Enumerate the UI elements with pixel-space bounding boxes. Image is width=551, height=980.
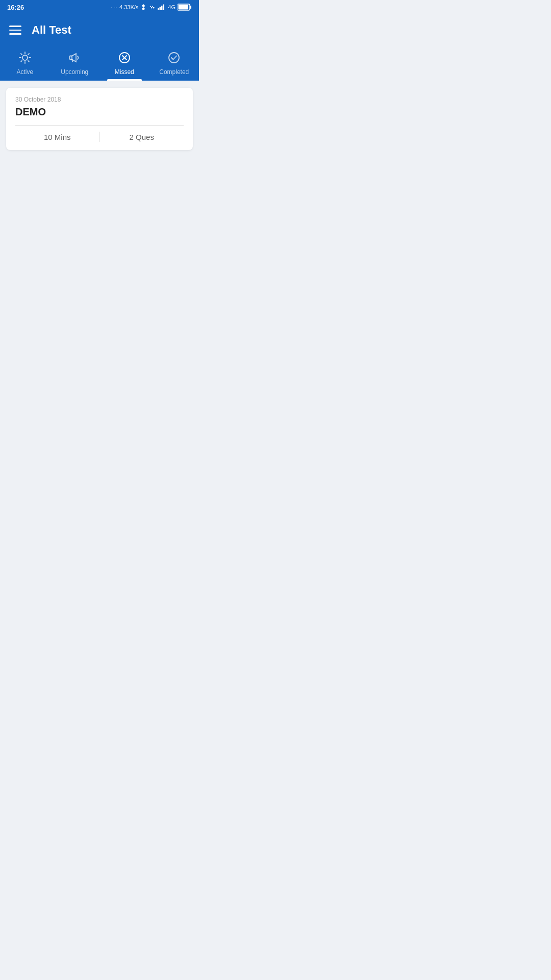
- svg-point-19: [169, 53, 179, 63]
- svg-rect-5: [190, 6, 192, 9]
- test-card[interactable]: 30 October 2018 DEMO 10 Mins 2 Ques: [6, 88, 193, 150]
- test-date: 30 October 2018: [15, 96, 184, 103]
- sun-icon: [18, 51, 32, 66]
- svg-line-14: [28, 54, 29, 55]
- page-title: All Test: [32, 23, 71, 37]
- svg-rect-3: [163, 5, 165, 11]
- app-header: All Test: [0, 14, 199, 46]
- svg-line-13: [28, 61, 29, 62]
- test-duration: 10 Mins: [15, 133, 99, 141]
- status-dots: ···: [111, 4, 117, 10]
- tab-completed[interactable]: Completed: [149, 46, 199, 81]
- tab-active[interactable]: Active: [0, 46, 50, 81]
- content-area: 30 October 2018 DEMO 10 Mins 2 Ques: [0, 81, 199, 470]
- svg-rect-6: [179, 5, 188, 10]
- megaphone-icon: [68, 51, 81, 66]
- tab-upcoming-label: Upcoming: [61, 68, 88, 76]
- card-divider: [15, 125, 184, 126]
- network-speed: 4.33K/s: [119, 4, 138, 10]
- check-icon: [167, 51, 181, 66]
- network-type: 4G: [168, 4, 176, 10]
- menu-button[interactable]: [9, 26, 21, 35]
- tab-missed[interactable]: Missed: [99, 46, 149, 81]
- svg-line-15: [21, 61, 22, 62]
- status-bar: 16:26 ··· 4.33K/s 4G: [0, 0, 199, 14]
- test-meta: 10 Mins 2 Ques: [15, 132, 184, 142]
- svg-rect-0: [158, 8, 159, 10]
- tab-missed-label: Missed: [115, 68, 134, 76]
- svg-point-7: [22, 55, 28, 60]
- tab-completed-label: Completed: [159, 68, 189, 76]
- test-name: DEMO: [15, 106, 184, 118]
- battery-icon: [178, 4, 192, 11]
- signal-icon: [158, 4, 166, 10]
- bluetooth-icon: [140, 4, 146, 11]
- status-time: 16:26: [7, 4, 24, 11]
- tab-bar: Active Upcoming Missed: [0, 46, 199, 81]
- svg-rect-2: [161, 6, 163, 10]
- data-icon: [148, 4, 156, 11]
- svg-line-12: [21, 54, 22, 55]
- test-questions: 2 Ques: [100, 133, 184, 141]
- svg-rect-1: [160, 7, 161, 11]
- missed-icon: [118, 51, 131, 66]
- status-right: ··· 4.33K/s 4G: [111, 4, 192, 11]
- tab-active-label: Active: [16, 68, 33, 76]
- tab-upcoming[interactable]: Upcoming: [50, 46, 100, 81]
